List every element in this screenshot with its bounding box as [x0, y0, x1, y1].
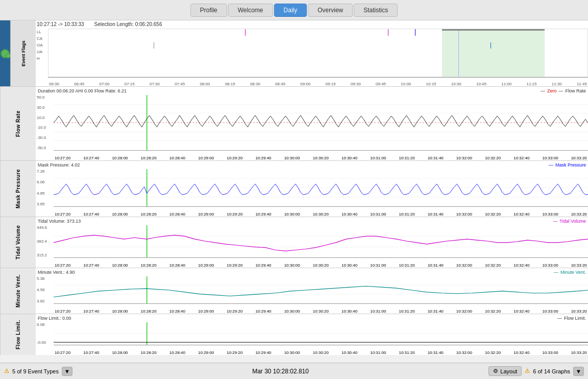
- mask-pressure-legend: —Mask Pressure: [549, 162, 588, 168]
- flow-limit-legend: —Flow Limit.: [557, 316, 588, 321]
- tab-daily[interactable]: Daily: [274, 4, 307, 17]
- flow-limit-title: Flow Limit.: 0.00 —Flow Limit.: [36, 314, 588, 322]
- minute-vent-label: Minute Vent.: [0, 268, 36, 314]
- flow-rate-label: Flow Rate: [0, 87, 36, 160]
- flow-rate-legend: —Zero —Flow Rate: [541, 88, 588, 93]
- flow-rate-y-axis: 50.030.010.0-10.0-30.0-50.0: [37, 95, 52, 150]
- flow-limit-svg-area: [54, 322, 588, 345]
- event-flags-label: Event Flags: [10, 20, 36, 86]
- flag-type-labels: LLCAOAUAH: [37, 29, 48, 62]
- mask-pressure-label: Mask Pressure: [0, 161, 36, 217]
- tidal-volume-y-axis: 449.6382.4315.2: [37, 225, 52, 257]
- flow-rate-content: Duration 00:06:20 AHI 0.00 Flow Rate: 6.…: [36, 87, 588, 160]
- tab-overview[interactable]: Overview: [308, 4, 353, 17]
- tidal-volume-content: Tidal Volume: 373.13 —Tidal Volume 449.6…: [36, 217, 588, 268]
- event-types-dropdown[interactable]: ▼: [62, 367, 72, 376]
- gray-selection-bar: [442, 29, 545, 31]
- tidal-volume-svg-area: [54, 225, 588, 257]
- gear-icon: ⚙: [493, 368, 498, 374]
- graphs-count: 6 of 14 Graphs: [533, 368, 570, 374]
- event-marker-oa: [154, 42, 154, 49]
- layout-button[interactable]: ⚙ Layout: [488, 366, 522, 376]
- mask-pressure-y-axis: 7.266.064.853.65: [37, 169, 52, 206]
- mask-pressure-svg-area: [54, 169, 588, 206]
- tidal-volume-time-axis: 10:27:2010:27:4010:28:0010:28:2010:28:40…: [54, 257, 588, 268]
- event-flags-content: 10:27:12 -> 10:33:33 Selection Length: 0…: [36, 20, 588, 86]
- graphs-dropdown[interactable]: ▼: [573, 367, 584, 376]
- tidal-volume-panel: Tidal Volume Tidal Volume: 373.13 —Tidal…: [0, 217, 588, 268]
- minute-vent-svg-area: [54, 276, 588, 303]
- tab-welcome[interactable]: Welcome: [228, 4, 273, 17]
- minute-vent-time-axis: 10:27:2010:27:4010:28:0010:28:2010:28:40…: [54, 303, 588, 314]
- time-selection-info: 10:27:12 -> 10:33:33 Selection Length: 0…: [37, 21, 587, 29]
- tidal-volume-label: Tidal Volume: [0, 217, 36, 268]
- tidal-volume-legend: —Tidal Volume: [553, 219, 588, 224]
- flow-rate-time-axis: 10:27:2010:27:4010:28:0010:28:2010:28:40…: [54, 150, 588, 160]
- time-range: 10:27:12 -> 10:33:33: [37, 21, 84, 29]
- minute-vent-panel: Minute Vent. Minute Vent.: 4.90 —Minute …: [0, 268, 588, 314]
- status-bar: ⚠ 5 of 9 Event Types ▼ Mar 30 10:28:02.8…: [0, 363, 588, 379]
- flow-limit-content: Flow Limit.: 0.00 —Flow Limit. 0.08-0.00: [36, 314, 588, 355]
- flow-rate-svg-area: [54, 95, 588, 150]
- minute-vent-title: Minute Vent.: 4.90 —Minute Vent.: [36, 268, 588, 276]
- flow-limit-panel: Flow Limit. Flow Limit.: 0.00 —Flow Limi…: [0, 314, 588, 355]
- event-marker-pink2: [388, 29, 388, 36]
- mask-pressure-panel: Mask Pressure Mask Pressure: 4.02 —Mask …: [0, 161, 588, 217]
- status-right: ⚙ Layout ⚠ 6 of 14 Graphs ▼: [488, 366, 584, 376]
- flags-canvas: [48, 29, 588, 77]
- main-content: Event Flags 10:27:12 -> 10:33:33 Selecti…: [0, 20, 588, 363]
- mask-pressure-content: Mask Pressure: 4.02 —Mask Pressure 7.266…: [36, 161, 588, 217]
- flow-rate-title: Duration 00:06:20 AHI 0.00 Flow Rate: 6.…: [36, 87, 588, 95]
- flow-limit-y-axis: 0.08-0.00: [37, 322, 52, 345]
- graphs-warning-icon: ⚠: [525, 368, 530, 374]
- event-marker-blue2: [415, 29, 415, 36]
- event-types-count: 5 of 9 Event Types: [12, 368, 59, 374]
- event-flags-time-axis: 06:3006:4507:0007:1507:3007:4508:0008:15…: [48, 77, 588, 86]
- minute-vent-y-axis: 5.364.593.82: [37, 276, 52, 303]
- mask-pressure-title: Mask Pressure: 4.02 —Mask Pressure: [36, 161, 588, 169]
- minute-vent-content: Minute Vent.: 4.90 —Minute Vent. 5.364.5…: [36, 268, 588, 314]
- mask-pressure-time-axis: 10:27:2010:27:4010:28:0010:28:2010:28:40…: [54, 206, 588, 217]
- flow-rate-panel: Flow Rate Duration 00:06:20 AHI 0.00 Flo…: [0, 87, 588, 161]
- event-marker-blue1: [458, 29, 459, 77]
- flow-limit-time-axis: 10:27:2010:27:4010:28:0010:28:2010:28:40…: [54, 345, 588, 355]
- status-center: Mar 30 10:28:02.810: [252, 368, 309, 375]
- event-flags-panel: Event Flags 10:27:12 -> 10:33:33 Selecti…: [0, 20, 588, 87]
- event-warning-icon: ⚠: [4, 368, 9, 374]
- minute-vent-legend: —Minute Vent.: [554, 270, 588, 275]
- tab-statistics[interactable]: Statistics: [354, 4, 398, 17]
- status-left: ⚠ 5 of 9 Event Types ▼: [4, 367, 72, 376]
- selection-length: Selection Length: 0:06:20.656: [94, 21, 162, 29]
- layout-label: Layout: [500, 368, 517, 374]
- event-marker-pink1: [245, 29, 246, 36]
- top-navigation: Profile Welcome Daily Overview Statistic…: [0, 0, 588, 20]
- tab-profile[interactable]: Profile: [190, 4, 227, 17]
- tidal-volume-title: Tidal Volume: 373.13 —Tidal Volume: [36, 217, 588, 225]
- event-marker-oa2: [491, 42, 491, 49]
- selection-highlight: [442, 29, 545, 77]
- flow-limit-label: Flow Limit.: [0, 314, 36, 355]
